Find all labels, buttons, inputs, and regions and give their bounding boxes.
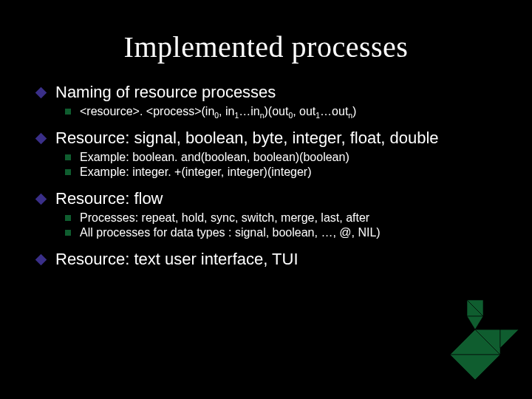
sublist: <resource>. <process>(in0, in1…inn)(out0… (37, 105, 495, 118)
square-icon (65, 230, 71, 236)
bullet-l2-text: All processes for data types : signal, b… (80, 226, 381, 239)
sublist: Example: boolean. and(boolean, boolean)(… (37, 151, 495, 179)
bullet-l2-text: <resource>. <process>(in0, in1…inn)(out0… (80, 105, 356, 118)
svg-marker-6 (500, 330, 519, 348)
svg-marker-5 (450, 355, 500, 380)
square-icon (65, 109, 71, 115)
diamond-icon (35, 194, 47, 205)
bullet-l2: <resource>. <process>(in0, in1…inn)(out0… (65, 105, 495, 118)
bullet-l2: Processes: repeat, hold, sync, switch, m… (65, 211, 495, 225)
diamond-icon (35, 87, 47, 99)
bullet-l2-text: Example: integer. +(integer, integer)(in… (80, 166, 312, 179)
bullet-l1: Naming of resource processes (37, 83, 495, 102)
slide-title: Implemented processes (37, 30, 495, 64)
slide: Implemented processes Naming of resource… (0, 0, 532, 399)
diamond-icon (35, 133, 47, 145)
bullet-l1: Resource: text user interface, TUI (37, 250, 495, 269)
bullet-l1-text: Resource: signal, boolean, byte, integer… (55, 129, 439, 148)
bullet-l1-text: Resource: flow (55, 189, 163, 208)
bullet-l2-text: Processes: repeat, hold, sync, switch, m… (80, 211, 369, 225)
diamond-icon (35, 254, 47, 266)
square-icon (65, 215, 71, 221)
bullet-l1-text: Resource: text user interface, TUI (55, 250, 299, 269)
sublist: Processes: repeat, hold, sync, switch, m… (37, 211, 495, 239)
square-icon (65, 154, 71, 160)
bullet-l1: Resource: flow (37, 189, 495, 208)
bullet-l2: Example: integer. +(integer, integer)(in… (65, 166, 495, 179)
bullet-l1-text: Naming of resource processes (55, 83, 276, 102)
square-icon (65, 169, 71, 175)
bullet-l2: All processes for data types : signal, b… (65, 226, 495, 239)
svg-marker-2 (467, 316, 483, 330)
bullet-l2-text: Example: boolean. and(boolean, boolean)(… (80, 151, 349, 164)
bullet-l2: Example: boolean. and(boolean, boolean)(… (65, 151, 495, 164)
tangram-swan-icon (430, 300, 519, 389)
bullet-l1: Resource: signal, boolean, byte, integer… (37, 129, 495, 148)
